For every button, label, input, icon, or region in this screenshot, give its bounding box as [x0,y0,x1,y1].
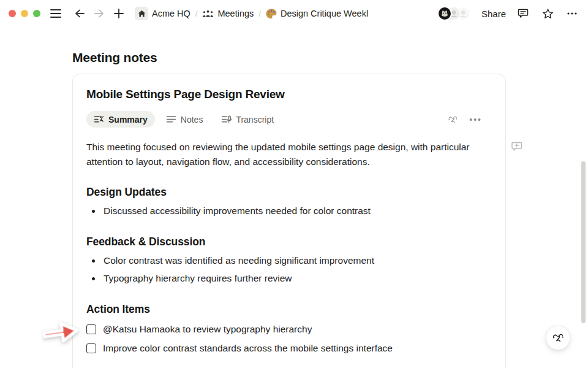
transcript-mic-icon [221,114,232,125]
app-window: Acme HQ / Meetings / Design Cri [0,0,588,368]
tab-label: Summary [108,115,148,125]
comment-icon [517,7,529,20]
breadcrumb-label: Design Critique Weekl [281,9,368,18]
breadcrumb-separator: / [258,9,262,18]
titlebar-actions: Share [437,6,579,21]
plus-icon [113,7,125,20]
window-titlebar: Acme HQ / Meetings / Design Cri [0,0,588,27]
ai-assistant-button[interactable] [546,326,570,350]
tab-label: Notes [181,115,203,125]
comments-button[interactable] [516,6,530,21]
people-icon [202,9,214,18]
todo-checkbox[interactable] [86,324,96,334]
notion-ai-face-icon [551,331,565,345]
page-title: Meeting notes [72,50,157,65]
breadcrumb: Acme HQ / Meetings / Design Cri [135,7,368,20]
tab-transcript[interactable]: Transcript [214,111,281,128]
bullet-icon [92,259,95,263]
more-icon [566,7,578,20]
minimize-window-button[interactable] [21,10,28,17]
breadcrumb-separator: / [195,9,198,18]
breadcrumb-label: Acme HQ [152,9,190,18]
favorite-button[interactable] [540,6,555,21]
home-icon [135,7,148,20]
close-window-button[interactable] [9,10,16,17]
meeting-notes-card: Mobile Settings Page Design Review Summa… [72,74,506,368]
breadcrumb-item-meetings[interactable]: Meetings [202,9,254,18]
card-tabs: Summary Notes Transcript [86,111,491,128]
section-heading-action-items: Action Items [86,303,491,316]
forward-button[interactable] [92,6,107,21]
breadcrumb-label: Meetings [217,9,254,18]
avatar [437,6,452,21]
bullet-text: Color contrast was identified as needing… [104,255,374,266]
list-item: Color contrast was identified as needing… [86,255,491,266]
bullet-text: Typography hierarchy requires further re… [104,273,292,284]
share-button[interactable]: Share [481,9,506,19]
notes-lines-icon [166,114,176,125]
todo-text: @Katsu Hamaoka to review typography hier… [103,324,312,335]
more-options-button[interactable] [565,6,579,21]
collaborator-avatars[interactable] [437,6,470,21]
bullet-text: Discussed accessibility improvements nee… [104,205,371,217]
summary-intro-text: This meeting focused on reviewing the up… [86,140,494,169]
vertical-scrollbar-thumb[interactable] [581,161,586,323]
breadcrumb-item-design-critique[interactable]: Design Critique Weekl [266,9,368,19]
section-heading-feedback: Feedback & Discussion [86,236,491,248]
list-item: Discussed accessibility improvements nee… [86,205,491,217]
comment-plus-icon [511,141,523,153]
todo-item: Improve color contrast standards across … [86,343,491,354]
sidebar-toggle-icon[interactable] [50,9,61,18]
tab-summary[interactable]: Summary [86,111,155,128]
star-icon [542,8,554,20]
back-arrow-icon [73,7,86,20]
bullet-icon [92,210,95,213]
tab-label: Transcript [236,115,274,125]
ai-summary-icon [94,114,104,125]
section-heading-design-updates: Design Updates [86,186,491,199]
traffic-lights [9,10,40,17]
card-more-button[interactable]: ••• [469,115,482,124]
palette-icon [266,9,277,19]
todo-checkbox[interactable] [86,343,96,353]
todo-text: Improve color contrast standards across … [103,343,393,354]
back-button[interactable] [72,6,87,21]
notion-ai-face-icon[interactable] [447,114,458,125]
list-item: Typography hierarchy requires further re… [86,273,491,284]
bullet-icon [92,277,95,280]
forward-arrow-icon [92,7,106,20]
todo-item: @Katsu Hamaoka to review typography hier… [86,324,491,335]
tab-notes[interactable]: Notes [159,111,211,128]
new-page-button[interactable] [111,6,126,21]
add-comment-button[interactable] [511,141,523,155]
card-header-actions: ••• [447,114,491,125]
breadcrumb-item-acme-hq[interactable]: Acme HQ [135,7,190,20]
zoom-window-button[interactable] [33,10,40,17]
card-title: Mobile Settings Page Design Review [86,88,491,101]
